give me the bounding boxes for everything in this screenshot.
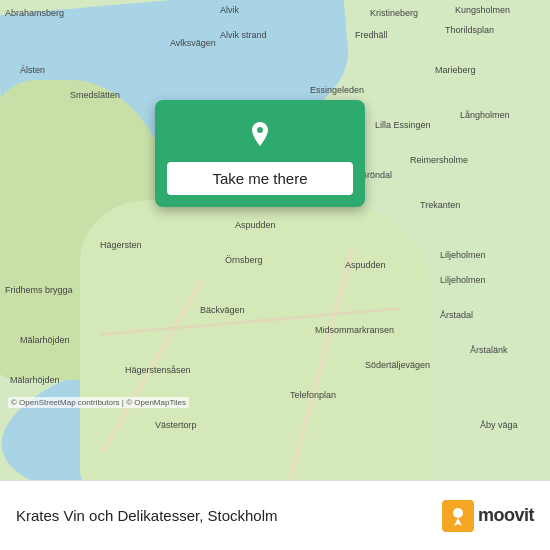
bottom-bar: Krates Vin och Delikatesser, Stockholm m… xyxy=(0,480,550,550)
location-label: Krates Vin och Delikatesser, Stockholm xyxy=(16,507,278,524)
moovit-icon xyxy=(442,500,474,532)
land-center-bottom xyxy=(80,200,430,480)
moovit-logo: moovit xyxy=(442,500,534,532)
take-me-there-button[interactable]: Take me there xyxy=(167,162,353,195)
moovit-brand-text: moovit xyxy=(478,505,534,526)
svg-point-2 xyxy=(453,508,463,518)
map-attribution: © OpenStreetMap contributors | © OpenMap… xyxy=(8,397,189,408)
popup-card: Take me there xyxy=(155,100,365,207)
location-pin-icon xyxy=(242,116,278,152)
map-container: AbrahamsbergAlvikKristinebergKungsholmen… xyxy=(0,0,550,480)
